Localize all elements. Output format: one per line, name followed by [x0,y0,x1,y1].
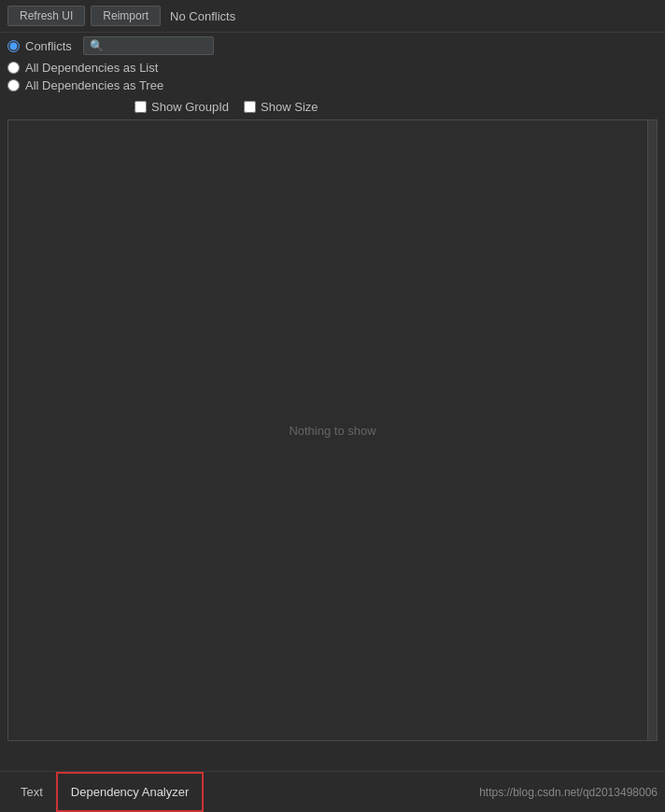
conflicts-radio-label: Conflicts [25,39,72,53]
conflicts-radio-item[interactable]: Conflicts [7,39,72,53]
bottom-url: https://blog.csdn.net/qd2013498006 [479,786,658,799]
toolbar: Refresh UI Reimport No Conflicts [0,0,665,33]
all-deps-tree-label: All Dependencies as Tree [25,78,163,92]
show-size-item[interactable]: Show Size [244,100,318,114]
all-deps-tree-radio-item[interactable]: All Dependencies as Tree [7,78,658,92]
text-tab[interactable]: Text [7,772,56,812]
no-conflicts-label: No Conflicts [170,9,235,23]
all-deps-tree-row: All Dependencies as Tree [0,77,665,96]
search-box[interactable]: 🔍 [83,36,214,55]
search-input[interactable] [107,39,201,52]
show-size-checkbox[interactable] [244,101,256,113]
show-groupid-label: Show GroupId [151,100,229,114]
empty-message: Nothing to show [289,424,375,438]
main-content-area: Nothing to show [7,119,658,741]
scrollbar[interactable] [647,120,657,740]
all-deps-list-row: All Dependencies as List [0,59,665,77]
conflicts-radio[interactable] [7,40,20,52]
show-size-label: Show Size [261,100,318,114]
show-groupid-item[interactable]: Show GroupId [134,100,229,114]
all-deps-tree-radio[interactable] [7,79,20,91]
bottom-bar: Text Dependency Analyzer https://blog.cs… [0,771,665,812]
conflicts-row: Conflicts 🔍 [0,33,665,59]
search-icon: 🔍 [90,39,104,52]
dependency-analyzer-tab[interactable]: Dependency Analyzer [56,772,204,812]
show-groupid-checkbox[interactable] [134,101,147,113]
all-deps-list-radio[interactable] [7,62,20,74]
reimport-button[interactable]: Reimport [91,6,161,26]
options-row: Show GroupId Show Size [0,96,665,119]
all-deps-list-radio-item[interactable]: All Dependencies as List [7,61,658,75]
refresh-ui-button[interactable]: Refresh UI [7,6,85,26]
all-deps-list-label: All Dependencies as List [25,61,158,75]
